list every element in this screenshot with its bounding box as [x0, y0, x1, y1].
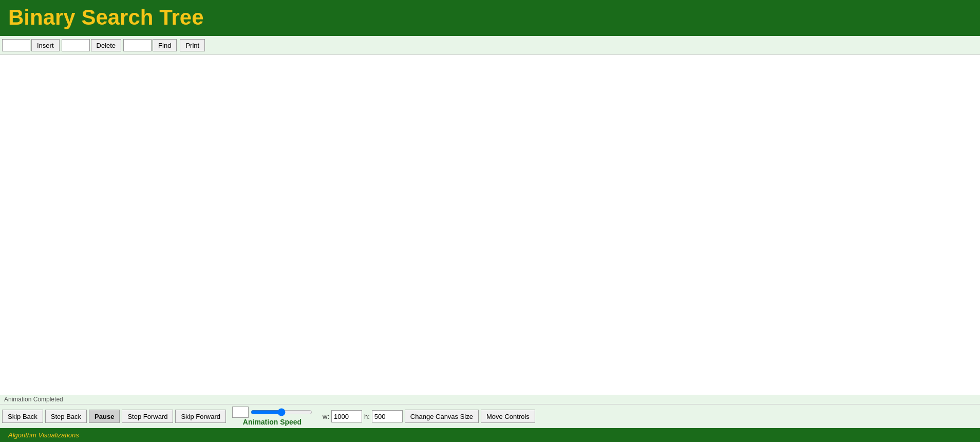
speed-slider[interactable]: [251, 408, 312, 416]
skip-back-button[interactable]: Skip Back: [2, 410, 43, 423]
speed-slider-container: [232, 407, 312, 418]
insert-button[interactable]: Insert: [31, 39, 60, 51]
speed-box: [232, 407, 249, 418]
header: Binary Search Tree: [0, 0, 980, 36]
canvas-size-section: w: h: Change Canvas Size Move Controls: [323, 410, 535, 423]
canvas-area: [0, 55, 980, 395]
print-button[interactable]: Print: [180, 39, 205, 51]
canvas-height-input[interactable]: [372, 410, 403, 422]
find-group: Find: [123, 39, 177, 51]
print-group: Print: [179, 39, 205, 51]
canvas-width-input[interactable]: [331, 410, 362, 422]
skip-forward-button[interactable]: Skip Forward: [175, 410, 226, 423]
move-controls-button[interactable]: Move Controls: [481, 410, 535, 423]
step-back-button[interactable]: Step Back: [45, 410, 87, 423]
footer-link[interactable]: Algorithm Visualizations: [8, 431, 79, 439]
delete-button[interactable]: Delete: [91, 39, 122, 51]
footer: Algorithm Visualizations: [0, 428, 980, 442]
insert-input[interactable]: [2, 39, 30, 51]
toolbar: Insert Delete Find Print: [0, 36, 980, 55]
speed-section: Animation Speed: [232, 407, 312, 426]
width-label: w:: [323, 413, 329, 420]
delete-input[interactable]: [62, 39, 90, 51]
step-forward-button[interactable]: Step Forward: [122, 410, 173, 423]
pause-button[interactable]: Pause: [89, 410, 120, 423]
find-button[interactable]: Find: [153, 39, 177, 51]
bottom-controls: Skip Back Step Back Pause Step Forward S…: [0, 404, 980, 428]
insert-group: Insert: [2, 39, 60, 51]
animation-speed-label: Animation Speed: [243, 418, 301, 426]
change-canvas-button[interactable]: Change Canvas Size: [405, 410, 479, 423]
find-input[interactable]: [123, 39, 152, 51]
height-label: h:: [364, 413, 370, 420]
status-bar: Animation Completed: [0, 395, 980, 404]
delete-group: Delete: [62, 39, 122, 51]
status-text: Animation Completed: [2, 396, 978, 404]
page-title: Binary Search Tree: [8, 5, 972, 30]
